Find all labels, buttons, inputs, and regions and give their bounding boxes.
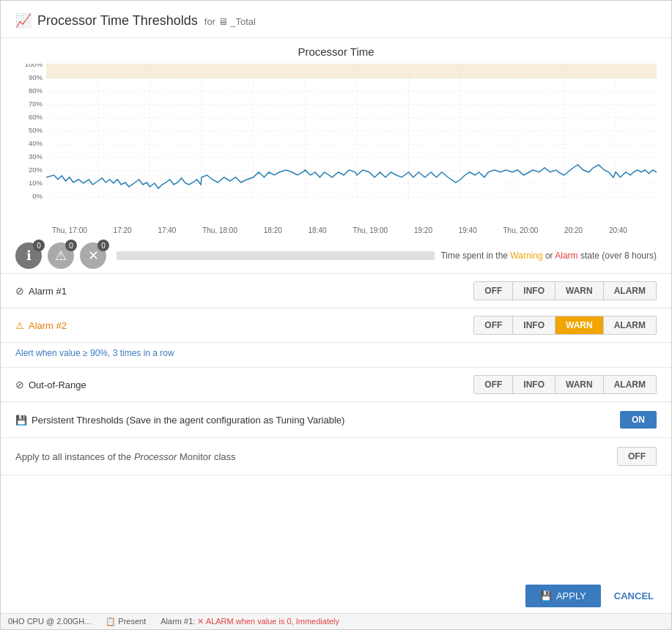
persistent-label: 💾 Persistent Thresholds (Save in the age…	[15, 415, 344, 426]
svg-text:100%: 100%	[25, 64, 43, 68]
svg-text:20%: 20%	[29, 166, 43, 174]
alarm1-label: ⊘ Alarm #1	[15, 285, 67, 297]
svg-text:60%: 60%	[29, 114, 43, 121]
alarm1-off-btn[interactable]: OFF	[474, 282, 513, 300]
alert-link[interactable]: Alert when value ≥ 90%, 3 times in a row	[15, 348, 174, 358]
warning-text: Warning	[510, 251, 542, 261]
alarm2-warn-icon: ⚠	[15, 320, 24, 331]
instance-icon: 🖥	[218, 16, 228, 27]
bottom-bar: 0HO CPU @ 2.00GH... 📋 Present Alarm #1: …	[1, 613, 671, 629]
chart-section: Processor Time 100% 90% 80% 70	[1, 38, 671, 238]
critical-count: 0	[97, 240, 109, 251]
present-label: 📋 Present	[106, 617, 146, 626]
cancel-button[interactable]: CANCEL	[611, 585, 657, 607]
alarm2-info-btn[interactable]: INFO	[513, 316, 555, 334]
warn-badge: ⚠ 0	[48, 242, 74, 269]
out-of-range-icon: ⊘	[15, 379, 24, 390]
alarm1-btn-group[interactable]: OFF INFO WARN ALARM	[473, 281, 657, 300]
alarm2-row: ⚠ Alarm #2 OFF INFO WARN ALARM	[1, 308, 671, 343]
out-of-range-btn-group[interactable]: OFF INFO WARN ALARM	[473, 375, 657, 394]
bottom-alarm-label: Alarm #1: ✕ ALARM when value is 0, Immed…	[160, 617, 339, 626]
alarm1-clock-icon: ⊘	[15, 285, 24, 297]
out-of-range-row: ⊘ Out-of-Range OFF INFO WARN ALARM	[1, 368, 671, 402]
oor-alarm-btn[interactable]: ALARM	[604, 376, 656, 393]
apply-instances-toggle[interactable]: OFF	[617, 447, 657, 466]
svg-text:50%: 50%	[29, 127, 43, 134]
warn-count: 0	[65, 240, 77, 251]
oor-info-btn[interactable]: INFO	[513, 376, 555, 393]
alarm-rows: ⊘ Alarm #1 OFF INFO WARN ALARM ⚠ Alarm #…	[1, 273, 671, 402]
chart-x-labels: Thu, 17:00 17:20 17:40 Thu, 18:00 18:20 …	[15, 225, 657, 234]
persistent-row: 💾 Persistent Thresholds (Save in the age…	[1, 402, 671, 438]
svg-text:30%: 30%	[29, 153, 43, 160]
chart-title: Processor Time	[15, 45, 657, 58]
oor-warn-btn[interactable]: WARN	[555, 376, 604, 393]
svg-rect-0	[46, 64, 657, 78]
alert-link-row: Alert when value ≥ 90%, 3 times in a row	[1, 343, 671, 368]
info-count: 0	[33, 240, 45, 251]
alarm2-alarm-btn[interactable]: ALARM	[604, 316, 656, 334]
time-spent-label: Time spent in the Warning or Alarm state…	[440, 251, 657, 261]
svg-text:40%: 40%	[29, 140, 43, 147]
modal-header: 📈 Processor Time Thresholds for 🖥 _Total	[1, 1, 671, 38]
critical-badge: ✕ 0	[80, 242, 106, 269]
save-icon: 💾	[15, 415, 27, 426]
alarm2-btn-group[interactable]: OFF INFO WARN ALARM	[473, 316, 657, 335]
alarm1-warn-btn[interactable]: WARN	[555, 282, 604, 300]
alarm2-warn-btn[interactable]: WARN	[555, 316, 604, 334]
apply-button[interactable]: 💾 APPLY	[525, 585, 601, 607]
svg-text:70%: 70%	[29, 100, 43, 108]
footer-buttons: 💾 APPLY CANCEL	[525, 585, 657, 607]
apply-instances-row: Apply to all instances of the Processor …	[1, 438, 671, 475]
apply-icon: 💾	[540, 590, 552, 601]
svg-text:0%: 0%	[32, 193, 43, 200]
oor-off-btn[interactable]: OFF	[474, 376, 513, 393]
time-bar	[117, 251, 435, 260]
instance-label: _Total	[230, 16, 256, 27]
modal-container: 📈 Processor Time Thresholds for 🖥 _Total…	[0, 0, 672, 630]
out-of-range-label: ⊘ Out-of-Range	[15, 379, 86, 390]
cpu-label: 0HO CPU @ 2.00GH...	[8, 617, 91, 626]
chart-svg: 100% 90% 80% 70% 60% 50% 40% 30% 20% 10%…	[15, 64, 657, 210]
chart-icon: 📈	[15, 12, 32, 29]
alarm1-info-btn[interactable]: INFO	[513, 282, 555, 300]
alarm1-alarm-btn[interactable]: ALARM	[604, 282, 656, 300]
info-badge: ℹ 0	[15, 242, 42, 269]
svg-text:80%: 80%	[29, 87, 43, 94]
svg-text:10%: 10%	[29, 179, 43, 187]
alarm2-label: ⚠ Alarm #2	[15, 320, 67, 331]
for-label: for 🖥 _Total	[204, 16, 256, 27]
modal-title: Processor Time Thresholds for 🖥 _Total	[37, 13, 256, 29]
svg-text:90%: 90%	[29, 74, 43, 81]
alarm-text: Alarm	[555, 251, 577, 261]
title-text: Processor Time Thresholds	[37, 13, 198, 28]
persistent-toggle-on[interactable]: ON	[620, 411, 657, 429]
chart-container: 100% 90% 80% 70% 60% 50% 40% 30% 20% 10%…	[15, 64, 657, 225]
alarm2-off-btn[interactable]: OFF	[474, 316, 513, 334]
alarm1-row: ⊘ Alarm #1 OFF INFO WARN ALARM	[1, 274, 671, 308]
apply-instances-label: Apply to all instances of the Processor …	[15, 451, 236, 462]
